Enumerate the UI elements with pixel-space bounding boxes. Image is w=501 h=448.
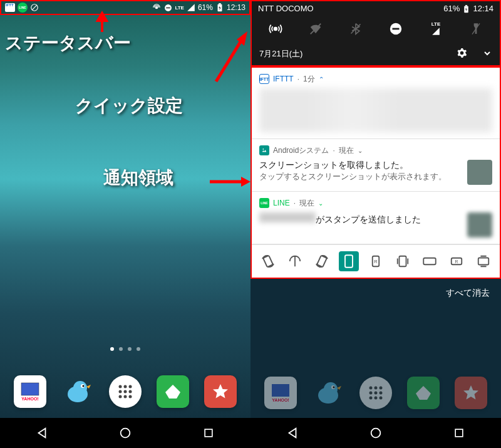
- app-yahoo[interactable]: YAHOO!: [14, 375, 46, 408]
- svg-point-52: [380, 387, 383, 390]
- back-button[interactable]: [23, 418, 61, 448]
- svg-rect-34: [263, 255, 273, 267]
- svg-rect-44: [272, 384, 289, 397]
- ifttt-icon: IFTT: [5, 3, 15, 12]
- svg-rect-4: [166, 7, 170, 8]
- clear-all-button[interactable]: すべて消去: [250, 279, 501, 308]
- app-wunderlist[interactable]: [455, 377, 487, 409]
- expand-icon[interactable]: [482, 51, 492, 60]
- navigation-bar: [0, 418, 250, 448]
- hotspot-icon: [152, 3, 161, 12]
- qs-hotspot-toggle[interactable]: [268, 21, 283, 36]
- rotation-icon[interactable]: R: [366, 251, 386, 271]
- qs-flashlight-toggle[interactable]: [468, 21, 483, 36]
- svg-point-11: [73, 381, 87, 395]
- notif-time: 1分: [303, 74, 315, 85]
- svg-point-56: [369, 397, 373, 400]
- svg-text:R: R: [374, 259, 378, 264]
- svg-point-58: [380, 397, 383, 400]
- svg-rect-40: [423, 258, 436, 264]
- app-drawer-button[interactable]: [109, 375, 142, 408]
- app-twitter[interactable]: [61, 375, 94, 408]
- expand-icon[interactable]: ⌄: [358, 147, 363, 154]
- svg-point-57: [374, 397, 378, 400]
- svg-rect-60: [455, 429, 463, 437]
- svg-rect-43: [478, 258, 489, 264]
- svg-point-54: [374, 392, 378, 395]
- rotation-icon[interactable]: [393, 251, 413, 271]
- svg-point-49: [333, 387, 335, 388]
- notif-app-name: Androidシステム: [273, 145, 329, 156]
- svg-point-19: [129, 390, 132, 393]
- qs-dnd-toggle[interactable]: [388, 21, 403, 36]
- app-drawer-button[interactable]: [359, 377, 392, 409]
- svg-point-15: [124, 385, 127, 388]
- back-button[interactable]: [274, 418, 311, 448]
- rotation-icon[interactable]: [312, 251, 332, 271]
- landscape-icon[interactable]: [420, 251, 440, 271]
- rotation-icon[interactable]: [473, 251, 493, 271]
- page-dot[interactable]: [119, 347, 123, 351]
- notification-card[interactable]: Androidシステム · 現在 ⌄ スクリーンショットを取得しました。 タップ…: [252, 139, 500, 192]
- expand-icon[interactable]: ⌄: [318, 200, 323, 207]
- notification-card[interactable]: LINE LINE · 現在 ⌄ がスタンプを送信しました: [252, 192, 500, 244]
- page-indicator[interactable]: [110, 347, 140, 351]
- app-wunderlist[interactable]: [204, 375, 237, 408]
- app-feedly[interactable]: [157, 375, 189, 408]
- notif-time: 現在: [299, 198, 314, 209]
- collapse-icon[interactable]: ⌃: [319, 76, 324, 83]
- svg-point-21: [124, 395, 127, 399]
- svg-point-22: [129, 395, 132, 399]
- status-bar[interactable]: IFTT LINE LTE 61%: [0, 0, 250, 15]
- navigation-bar: [250, 418, 501, 448]
- app-twitter[interactable]: [312, 377, 344, 409]
- settings-icon[interactable]: [457, 51, 470, 60]
- svg-point-23: [121, 429, 130, 438]
- svg-point-20: [119, 395, 122, 399]
- line-icon: LINE: [18, 3, 28, 13]
- page-dot[interactable]: [128, 347, 132, 351]
- battery-icon: [215, 3, 224, 12]
- annotation-status-bar: ステータスバー: [5, 31, 131, 55]
- home-button[interactable]: [357, 418, 395, 448]
- app-feedly[interactable]: [407, 377, 440, 409]
- svg-rect-24: [205, 429, 212, 437]
- arrow-to-quick-settings: [213, 28, 250, 87]
- recents-button[interactable]: [190, 418, 227, 448]
- page-dot[interactable]: [137, 347, 140, 351]
- notif-app-name: IFTTT: [273, 75, 294, 83]
- svg-text:YAHOO!: YAHOO!: [21, 397, 38, 401]
- qs-battery-percent: 61%: [443, 4, 460, 13]
- home-button[interactable]: [106, 418, 144, 448]
- svg-rect-31: [393, 28, 400, 29]
- notif-body-blurred: [259, 88, 492, 132]
- notif-subtitle: タップするとスクリーンショットが表示されます。: [259, 171, 447, 182]
- qs-cellular-toggle[interactable]: LTE: [428, 21, 443, 36]
- svg-rect-35: [317, 255, 327, 267]
- screenshot-thumbnail[interactable]: [467, 160, 492, 185]
- notification-shade: NTT DOCOMO 61% 12:14: [250, 0, 501, 448]
- svg-point-59: [371, 429, 381, 438]
- notif-app-name: LINE: [273, 199, 290, 207]
- battery-icon: [462, 5, 471, 14]
- app-yahoo[interactable]: YAHOO!: [264, 377, 297, 409]
- dnd-icon: [163, 3, 172, 12]
- recents-button[interactable]: [440, 418, 478, 448]
- qs-bluetooth-toggle[interactable]: [348, 21, 363, 36]
- svg-point-14: [119, 385, 122, 388]
- portrait-lock-icon[interactable]: [339, 251, 359, 271]
- notification-card[interactable]: IFTT IFTTT · 1分 ⌃: [252, 68, 500, 139]
- qs-wifi-toggle[interactable]: [308, 21, 323, 36]
- page-dot[interactable]: [110, 347, 114, 351]
- arrow-to-status-bar: [96, 13, 108, 34]
- svg-point-13: [83, 385, 85, 387]
- annotation-quick-settings: クイック設定: [75, 94, 183, 118]
- auto-rotate-icon[interactable]: [258, 251, 278, 271]
- quick-settings-panel: NTT DOCOMO 61% 12:14: [250, 0, 501, 66]
- notification-area: IFTT IFTTT · 1分 ⌃ Androidシステム · 現在 ⌄: [250, 66, 501, 279]
- rotation-icon[interactable]: [285, 251, 305, 271]
- android-system-icon: [259, 145, 269, 155]
- rotation-icon[interactable]: R: [447, 251, 467, 271]
- ifttt-icon: IFTT: [259, 74, 269, 84]
- svg-text:R: R: [455, 259, 458, 264]
